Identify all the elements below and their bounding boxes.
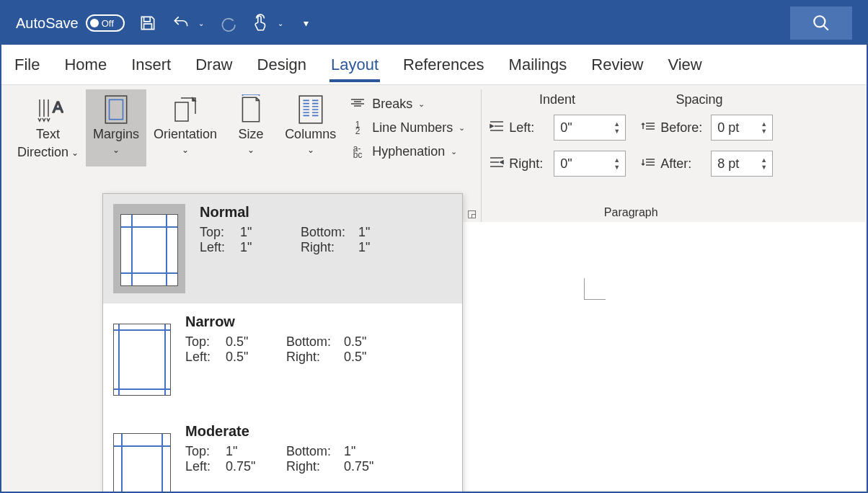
- size-button[interactable]: Size ⌄: [224, 89, 278, 166]
- touch-dropdown-icon[interactable]: ⌄: [278, 19, 283, 27]
- tab-view[interactable]: View: [666, 48, 703, 81]
- tab-layout[interactable]: Layout: [329, 48, 380, 81]
- indent-header: Indent: [539, 92, 575, 107]
- paragraph-group: Indent Spacing Left: 0"▲▼ Right: 0"▲▼: [481, 89, 780, 222]
- indent-left-input[interactable]: 0"▲▼: [554, 115, 626, 141]
- undo-dropdown-icon[interactable]: ⌄: [198, 19, 204, 27]
- margins-dropdown-menu: Normal Top:1"Bottom:1" Left:1"Right:1" N…: [102, 193, 463, 493]
- save-icon[interactable]: [138, 13, 158, 33]
- chevron-down-icon: ⌄: [71, 148, 79, 158]
- chevron-down-icon: ⌄: [112, 145, 120, 155]
- columns-button[interactable]: Columns ⌄: [278, 89, 343, 166]
- tab-insert[interactable]: Insert: [130, 48, 172, 81]
- line-numbers-icon: 12: [349, 122, 366, 135]
- text-direction-label: Text: [36, 127, 60, 142]
- margins-label: Margins: [93, 127, 139, 142]
- cursor-position-marker: [584, 278, 606, 300]
- chevron-down-icon: ⌄: [451, 147, 457, 156]
- svg-rect-4: [299, 96, 322, 123]
- ribbon-tabs: File Home Insert Draw Design Layout Refe…: [1, 45, 867, 85]
- text-direction-icon: A: [33, 95, 63, 124]
- chevron-down-icon: ⌄: [418, 99, 425, 109]
- margin-preview-narrow: [113, 324, 171, 396]
- hyphenation-icon: a-bc: [349, 146, 366, 159]
- columns-label: Columns: [285, 127, 336, 142]
- spacing-before-icon: [640, 120, 656, 135]
- tab-review[interactable]: Review: [590, 48, 645, 81]
- text-direction-button[interactable]: A Text Direction⌄: [10, 89, 86, 166]
- margin-option-normal[interactable]: Normal Top:1"Bottom:1" Left:1"Right:1": [103, 194, 462, 303]
- undo-icon[interactable]: [171, 13, 191, 33]
- orientation-label: Orientation: [154, 127, 217, 142]
- orientation-icon: [171, 95, 200, 124]
- svg-point-0: [814, 16, 825, 27]
- tab-file[interactable]: File: [13, 48, 41, 81]
- margin-preview-moderate: [113, 433, 171, 493]
- spacing-after-icon: [640, 156, 656, 171]
- indent-left-label: Left:: [509, 120, 549, 136]
- line-numbers-label: Line Numbers: [372, 120, 453, 136]
- document-area[interactable]: [463, 222, 865, 490]
- hyphenation-label: Hyphenation: [372, 144, 445, 159]
- margins-icon: [103, 95, 129, 124]
- margin-option-moderate[interactable]: Moderate Top:1"Bottom:1" Left:0.75"Right…: [103, 413, 462, 493]
- indent-right-input[interactable]: 0"▲▼: [554, 151, 626, 177]
- margin-name: Narrow: [185, 314, 452, 330]
- spacing-before-label: Before:: [660, 120, 707, 136]
- spacing-before-input[interactable]: 0 pt▲▼: [711, 115, 773, 141]
- columns-icon: [298, 95, 324, 124]
- toggle-state: Off: [102, 18, 114, 29]
- margin-name: Moderate: [185, 423, 452, 440]
- size-label: Size: [239, 127, 264, 142]
- svg-text:A: A: [53, 98, 63, 116]
- search-button[interactable]: [790, 6, 852, 40]
- chevron-down-icon: ⌄: [459, 123, 465, 133]
- autosave-toggle[interactable]: AutoSave Off: [16, 14, 125, 32]
- chevron-down-icon: ⌄: [247, 145, 254, 155]
- title-bar: AutoSave Off ⌄ ⌄ ▾: [1, 1, 867, 45]
- spacing-header: Spacing: [676, 92, 722, 107]
- breaks-label: Breaks: [372, 97, 412, 112]
- indent-right-label: Right:: [509, 156, 549, 172]
- tab-mailings[interactable]: Mailings: [508, 48, 569, 81]
- hyphenation-button[interactable]: a-bc Hyphenation ⌄: [345, 141, 469, 162]
- line-numbers-button[interactable]: 12 Line Numbers ⌄: [345, 117, 469, 138]
- dialog-launcher-icon[interactable]: ◲: [467, 208, 477, 219]
- tab-design[interactable]: Design: [256, 48, 308, 81]
- orientation-button[interactable]: Orientation ⌄: [146, 89, 224, 166]
- paragraph-group-label: Paragraph: [604, 206, 658, 218]
- redo-icon[interactable]: [217, 13, 237, 33]
- margins-button[interactable]: Margins ⌄: [86, 89, 146, 166]
- breaks-icon: [349, 98, 366, 111]
- indent-left-icon: [489, 120, 505, 135]
- touch-mode-icon[interactable]: [250, 13, 270, 33]
- toggle-dot: [90, 19, 99, 27]
- indent-right-icon: [489, 156, 505, 171]
- autosave-label: AutoSave: [16, 15, 79, 32]
- tab-draw[interactable]: Draw: [194, 48, 234, 81]
- size-icon: [239, 95, 263, 124]
- customize-qat-icon[interactable]: ▾: [296, 13, 316, 33]
- chevron-down-icon: ⌄: [307, 145, 314, 155]
- spacing-after-input[interactable]: 8 pt▲▼: [711, 151, 773, 177]
- margin-name: Normal: [200, 204, 452, 221]
- spacing-after-label: After:: [660, 156, 707, 172]
- svg-rect-3: [110, 99, 123, 119]
- chevron-down-icon: ⌄: [182, 145, 189, 155]
- toggle-switch[interactable]: Off: [86, 14, 125, 32]
- breaks-button[interactable]: Breaks ⌄: [345, 94, 469, 115]
- margin-option-narrow[interactable]: Narrow Top:0.5"Bottom:0.5" Left:0.5"Righ…: [103, 303, 462, 413]
- tab-references[interactable]: References: [402, 48, 486, 81]
- tab-home[interactable]: Home: [63, 48, 108, 81]
- margin-preview-normal: [120, 214, 178, 286]
